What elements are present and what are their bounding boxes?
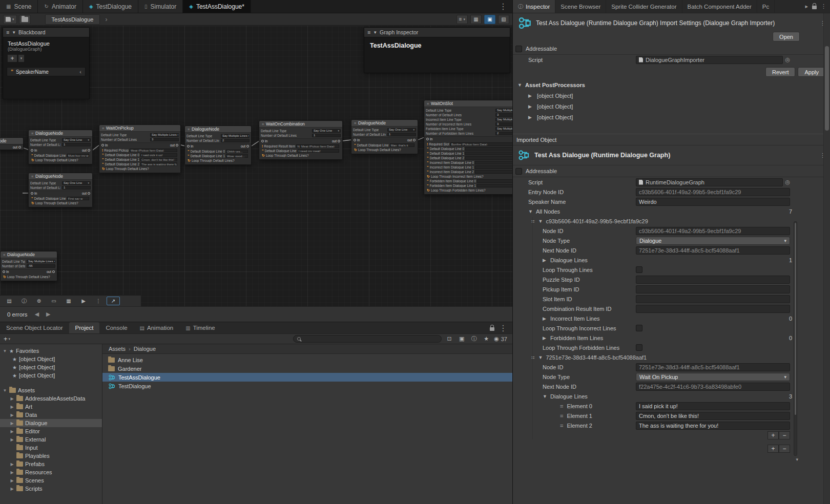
expand-arrow-icon[interactable]: ▶ — [10, 421, 14, 426]
node-parameter-value[interactable]: Say One Line — [312, 129, 341, 133]
node-output-port[interactable]: out — [170, 143, 178, 147]
node-output-port[interactable]: out — [407, 138, 416, 142]
favorites-item[interactable]: ★ [object Object] — [0, 371, 102, 380]
graph-footer-icon-button[interactable]: ▭ — [47, 297, 60, 305]
dialogue-line-field[interactable]: I said pick it up! — [636, 402, 790, 410]
inspector-tab[interactable]: Sprite Collider Generator — [606, 0, 682, 13]
favorites-header[interactable]: ▼ ★ Favorites — [0, 347, 102, 355]
previous-error-button[interactable]: ◀ — [35, 311, 39, 318]
graph-canvas[interactable]: ≡ StartNode out ≡ DialogueNode — [0, 26, 512, 306]
node-input-port[interactable]: In — [31, 149, 37, 152]
nodes-list-scrollbar[interactable] — [794, 221, 797, 456]
expand-arrow-icon[interactable]: ▶ — [10, 405, 14, 409]
node-type-dropdown[interactable]: Dialogue▾ — [636, 237, 790, 245]
scrollbar-thumb[interactable] — [825, 46, 829, 131]
document-tab[interactable]: ↻ Animator — [38, 0, 82, 13]
project-asset-row[interactable]: TestAssDialogue — [102, 373, 512, 382]
lock-icon[interactable] — [490, 327, 494, 331]
tree-folder-item[interactable]: ▶ Scripts — [0, 485, 102, 493]
node-output-port[interactable]: out — [82, 149, 90, 152]
tree-folder-item[interactable]: ▶ Dialogue — [0, 419, 102, 427]
node-id-field[interactable]: 7251e73e-38d3-44ff-a8c5-bcf54088aaf1 — [636, 363, 790, 371]
project-toolbar-icon-button[interactable]: ▣ — [457, 335, 466, 342]
inspector-scrollbar[interactable] — [823, 13, 830, 504]
graph-node[interactable]: ≡ WaitOnSlot Default Line Type Say Multi… — [424, 100, 512, 195]
node-header[interactable]: ≡ DialogueNode — [351, 120, 418, 127]
postprocessor-item[interactable]: ▶ [object Object] — [513, 90, 830, 101]
document-tab[interactable]: ◈ TestAssDialogue* — [183, 0, 251, 13]
node-output-port[interactable]: out — [82, 192, 90, 195]
expand-arrow-icon[interactable]: ▶ — [10, 429, 14, 434]
project-asset-row[interactable]: Gardener — [102, 364, 512, 373]
tab-bar-menu-icon[interactable]: ⋮ — [499, 2, 507, 11]
node-parameter-value[interactable]: -55 — [27, 264, 55, 268]
node-input-port[interactable]: In — [261, 139, 267, 143]
graph-footer-icon-button[interactable]: ▤ — [3, 297, 16, 305]
node-row-field[interactable]: Must buy my w — [67, 154, 89, 157]
tree-folder-item[interactable]: ▶ Editor — [0, 427, 102, 435]
foldout-arrow-icon[interactable]: ▶ — [543, 316, 548, 321]
graph-node[interactable]: ≡ WaitOnPickup Default Line Type Say Mul… — [99, 124, 181, 173]
object-picker-icon[interactable]: ◎ — [785, 56, 790, 63]
menu-icon[interactable]: ⋮ — [499, 323, 507, 333]
search-box[interactable] — [293, 335, 442, 343]
node-output-port[interactable]: out — [13, 145, 21, 149]
add-property-dropdown-icon[interactable]: ▾ — [20, 56, 23, 60]
puzzle-step-id-field[interactable] — [636, 276, 790, 284]
document-tab[interactable]: ◈ TestDialogue — [83, 0, 138, 13]
revert-button[interactable]: Revert — [765, 67, 795, 77]
expand-arrow-icon[interactable]: ▶ — [10, 462, 14, 467]
bottom-panel-tab[interactable]: ▤ Animation — [134, 322, 180, 333]
node-parameter-value[interactable]: Say One Line — [387, 128, 416, 132]
tab-scroll-arrow-icon[interactable]: ▸ — [805, 3, 808, 10]
favorites-item[interactable]: ★ [object Object] — [0, 363, 102, 371]
speaker-name-field[interactable]: Weirdo — [636, 198, 790, 206]
dialogue-line-field[interactable]: Cmon, don't be like this! — [636, 412, 790, 420]
node-parameter-value[interactable]: 2 — [221, 139, 250, 142]
node-row-field[interactable] — [475, 170, 512, 174]
node-row-field[interactable]: I need my meat! — [298, 149, 339, 153]
tree-folder-item[interactable]: ▶ Data — [0, 411, 102, 419]
document-tab[interactable]: ▯ Simulator — [138, 0, 183, 13]
graph-footer-icon-button[interactable]: ⋮ — [92, 297, 105, 305]
node-row-field[interactable]: Meat (Pickup Item Data) — [130, 149, 177, 152]
node-parameter-value[interactable]: 3 — [150, 138, 179, 141]
node-row-field[interactable] — [475, 165, 512, 169]
next-node-id-field[interactable]: 7251e73e-38d3-44ff-a8c5-bcf54088aaf1 — [636, 246, 790, 255]
node-parameter-value[interactable]: 3 — [495, 122, 512, 126]
script-field[interactable]: RuntimeDialogueGraph — [636, 178, 783, 186]
tree-folder-item[interactable]: ▶ Art — [0, 403, 102, 411]
graph-inspector-header[interactable]: ≡ ▼ Graph Inspector — [364, 28, 510, 37]
node-input-port[interactable]: In — [31, 192, 37, 195]
foldout-arrow-icon[interactable]: ▶ — [543, 258, 548, 263]
blackboard-property[interactable]: ” SpeakerName ‹ — [7, 67, 86, 76]
node-parameter-value[interactable]: Say One Line — [62, 181, 91, 185]
node-row-field[interactable]: Wow, good... — [226, 154, 248, 158]
node-header[interactable]: ≡ WaitOnCombination — [259, 121, 342, 128]
node-header[interactable]: ≡ DialogueNode — [29, 173, 92, 180]
graph-footer-icon-button[interactable]: ⓘ — [17, 297, 31, 305]
lock-icon[interactable] — [812, 6, 817, 9]
project-toolbar-icon-button[interactable]: ★ — [482, 335, 491, 342]
open-button[interactable]: Open — [773, 32, 800, 41]
node-type-dropdown[interactable]: Wait On Pickup▾ — [636, 373, 790, 381]
expand-arrow-icon[interactable]: ▶ — [10, 470, 14, 475]
tree-folder-item[interactable]: ▶ Scenes — [0, 476, 102, 485]
favorites-item[interactable]: ★ [object Object] — [0, 355, 102, 363]
next-error-button[interactable]: ▶ — [46, 311, 50, 318]
graph-view-toggle-button[interactable]: ▣ — [484, 15, 495, 24]
node-input-port[interactable]: In — [3, 270, 9, 274]
collapse-arrow-icon[interactable]: ▼ — [373, 30, 377, 35]
drag-handle-icon[interactable]: = — [560, 413, 563, 419]
loop-through-lines-checkbox[interactable] — [636, 266, 642, 273]
node-row-field[interactable]: Cmon, don't be like this! — [140, 158, 177, 161]
create-asset-button[interactable]: +▾ — [4, 335, 10, 343]
expand-arrow-icon[interactable]: ▶ — [10, 396, 14, 401]
graph-node[interactable]: ≡ DialogueNode Default Line Type Say Mul… — [0, 251, 57, 281]
project-toolbar-icon-button[interactable]: ⓘ — [469, 335, 479, 343]
apply-button[interactable]: Apply — [798, 67, 825, 77]
assets-root-item[interactable]: ▼ Assets — [0, 386, 102, 394]
expand-arrow-icon[interactable]: ▶ — [10, 437, 14, 442]
loop-through-incorrect-checkbox[interactable] — [636, 325, 642, 331]
expand-arrow-icon[interactable]: ▶ — [10, 487, 14, 491]
